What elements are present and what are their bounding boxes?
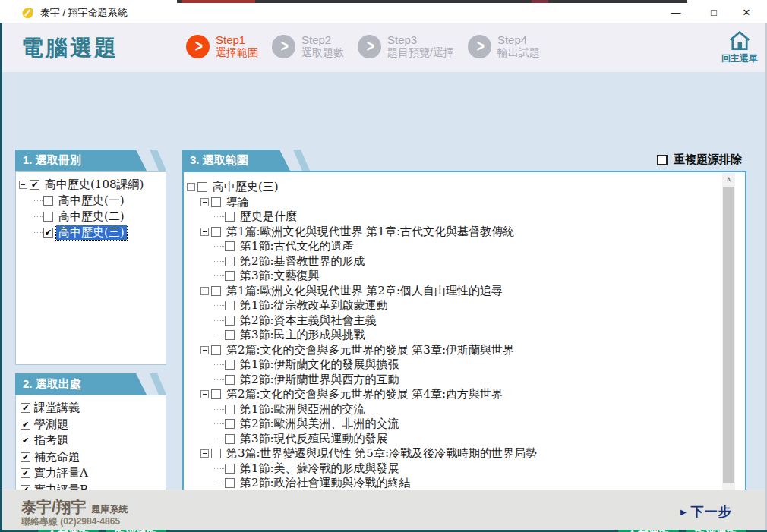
tree-item-checkbox[interactable] xyxy=(225,212,235,222)
source-item-label: 課堂講義 xyxy=(34,401,80,415)
tree-item-checkbox[interactable] xyxy=(211,345,221,355)
tree-item-label[interactable]: 第2節:伊斯蘭世界與西方的互動 xyxy=(238,373,402,387)
step-label: 題目預覽/選擇 xyxy=(387,46,454,59)
tree-item-label[interactable]: 第2篇:文化的交會與多元世界的發展 第3章:伊斯蘭與世界 xyxy=(224,343,516,357)
tree-item-label[interactable]: 歷史是什麼 xyxy=(238,209,299,224)
home-button[interactable]: 回主選單 xyxy=(720,30,759,65)
tree-item-label[interactable]: 第2節:歐洲與美洲、非洲的交流 xyxy=(238,417,402,431)
tree-expander-minus-icon[interactable] xyxy=(200,346,209,354)
tree-connector-line xyxy=(33,232,43,233)
step-chevron-icon: > xyxy=(468,35,491,58)
range-scrollbar: ∧ ∨ xyxy=(722,173,735,518)
tree-expander-minus-icon[interactable] xyxy=(200,449,209,458)
tree-item-checkbox[interactable] xyxy=(211,227,221,237)
minimize-button[interactable]: — xyxy=(664,3,687,23)
tree-item-checkbox[interactable] xyxy=(225,478,235,488)
tree-item-checkbox[interactable]: ✔ xyxy=(43,228,53,238)
tree-expander-minus-icon[interactable] xyxy=(200,228,209,236)
range-tree: 高中歷史(三)導論歷史是什麼第1篇:歐洲文化與現代世界 第1章:古代文化與基督教… xyxy=(187,180,718,514)
source-item-checkbox[interactable]: ✔ xyxy=(21,436,30,445)
tree-expander-minus-icon[interactable] xyxy=(200,390,209,398)
source-item-label: 指考題 xyxy=(34,433,68,448)
source-item-checkbox[interactable]: ✔ xyxy=(21,403,30,413)
tree-item-label[interactable]: 第2節:政治社會運動與冷戰的終結 xyxy=(238,476,413,490)
maximize-button[interactable]: □ xyxy=(702,3,725,23)
tree-item-checkbox[interactable] xyxy=(43,196,53,206)
source-item-checkbox[interactable]: ✔ xyxy=(21,468,30,478)
tree-item-label[interactable]: 第3節:現代反殖民運動的發展 xyxy=(238,432,390,446)
tree-item-label[interactable]: 第3篇:世界變遷與現代性 第5章:冷戰及後冷戰時期的世界局勢 xyxy=(224,446,539,461)
tree-item-label[interactable]: 第1節:美、蘇冷戰的形成與發展 xyxy=(238,461,402,476)
source-item-label: 補充命題 xyxy=(34,450,80,464)
tree-item-checkbox[interactable] xyxy=(211,449,221,458)
tree-item-label[interactable]: 第2篇:文化的交會與多元世界的發展 第4章:西方與世界 xyxy=(224,387,505,401)
tree-item-label[interactable]: 第1篇:歐洲文化與現代世界 第2章:個人自由理性的追尋 xyxy=(224,284,505,298)
panel-volume-title: 1. 選取冊別 xyxy=(15,150,166,171)
tree-item-checkbox[interactable] xyxy=(225,464,235,474)
tree-item: 第2節:資本主義與社會主義 xyxy=(187,313,718,329)
window-titlebar: 泰宇 / 翔宇命題系統 — □ ✕ xyxy=(0,3,767,23)
next-step-button[interactable]: ▶ 下一步 xyxy=(680,503,732,521)
tree-item-checkbox[interactable] xyxy=(225,257,235,266)
wizard-header: 電腦選題 >Step1選擇範圍>Step2選取題數>Step3題目預覽/選擇>S… xyxy=(2,23,765,72)
tree-item-checkbox[interactable] xyxy=(225,301,235,310)
tree-item-label[interactable]: 高中歷史(三) xyxy=(56,225,127,240)
tree-item-label[interactable]: 高中歷史(二) xyxy=(56,209,127,224)
tree-item-checkbox[interactable] xyxy=(225,271,235,281)
tree-item-label[interactable]: 第1節:伊斯蘭文化的發展與擴張 xyxy=(238,357,402,372)
tree-item: 第3節:現代反殖民運動的發展 xyxy=(187,432,718,447)
source-item-checkbox[interactable]: ✔ xyxy=(21,420,30,430)
tree-item-label[interactable]: 高中歷史(108課綱) xyxy=(43,178,146,192)
source-item-label: 學測題 xyxy=(34,417,68,432)
tree-item-checkbox[interactable] xyxy=(211,197,221,207)
tree-item-checkbox[interactable] xyxy=(225,375,235,385)
tree-item-checkbox[interactable] xyxy=(225,330,235,340)
tree-item-label[interactable]: 第1節:從宗教改革到啟蒙運動 xyxy=(238,298,390,313)
tree-item-checkbox[interactable] xyxy=(225,405,235,414)
tree-connector-line xyxy=(214,246,224,247)
tree-item-checkbox[interactable] xyxy=(225,360,235,370)
tree-item-label[interactable]: 第2節:基督教世界的形成 xyxy=(238,254,368,269)
tree-item-checkbox[interactable] xyxy=(211,286,221,296)
tree-item-checkbox[interactable] xyxy=(197,182,207,192)
source-item: ✔學測題 xyxy=(21,417,163,433)
tree-item-checkbox[interactable] xyxy=(211,389,221,399)
tree-connector-line xyxy=(214,261,224,262)
tree-item: 第1篇:歐洲文化與現代世界 第1章:古代文化與基督教傳統 xyxy=(187,225,718,240)
tree-expander-minus-icon[interactable] xyxy=(19,181,27,189)
tree-item: 第2篇:文化的交會與多元世界的發展 第3章:伊斯蘭與世界 xyxy=(187,343,718,358)
tree-item-checkbox[interactable] xyxy=(225,241,235,251)
tree-item-checkbox[interactable] xyxy=(225,434,235,444)
tree-item: 第2節:伊斯蘭世界與西方的互動 xyxy=(187,373,718,388)
tree-connector-line xyxy=(33,216,43,217)
tree-expander-minus-icon[interactable] xyxy=(200,287,209,295)
tree-item-label[interactable]: 第1節:歐洲與亞洲的交流 xyxy=(238,402,368,417)
scrollbar-up-arrow-icon[interactable]: ∧ xyxy=(722,173,735,186)
source-item-checkbox[interactable]: ✔ xyxy=(21,452,30,462)
tree-item-label[interactable]: 第3節:民主的形成與挑戰 xyxy=(238,328,368,342)
tree-item: 歷史是什麼 xyxy=(187,209,718,225)
tree-item-label[interactable]: 高中歷史(一) xyxy=(56,194,127,208)
tree-item-checkbox[interactable] xyxy=(225,419,235,429)
tree-item-label[interactable]: 第1節:古代文化的遺產 xyxy=(238,239,356,253)
scrollbar-thumb[interactable] xyxy=(723,187,734,483)
footer: 泰宇/翔宇題庫系統 聯絡專線 (02)2984-4865 ▶ 下一步 xyxy=(2,490,765,530)
tree-item: 第3篇:世界變遷與現代性 第5章:冷戰及後冷戰時期的世界局勢 xyxy=(187,446,718,461)
tree-item-label[interactable]: 導論 xyxy=(224,195,251,209)
app-pen-icon xyxy=(21,6,34,19)
panel-source-title: 2. 選取出處 xyxy=(15,373,166,395)
tree-item: 第3節:民主的形成與挑戰 xyxy=(187,328,718,343)
dedup-checkbox[interactable] xyxy=(657,155,668,165)
tree-item-label[interactable]: 高中歷史(三) xyxy=(210,180,281,194)
tree-item-label[interactable]: 第2節:資本主義與社會主義 xyxy=(238,313,379,328)
tree-item-label[interactable]: 第3節:文藝復興 xyxy=(238,269,322,283)
close-button[interactable]: ✕ xyxy=(735,3,758,23)
step-step3: >Step3題目預覽/選擇 xyxy=(358,33,454,59)
tree-expander-minus-icon[interactable] xyxy=(200,198,209,206)
tree-item-checkbox[interactable] xyxy=(225,316,235,326)
tree-expander-minus-icon[interactable] xyxy=(187,183,195,191)
tree-item-checkbox[interactable]: ✔ xyxy=(30,180,39,190)
tree-item-checkbox[interactable] xyxy=(43,212,53,222)
step-label: 選擇範圍 xyxy=(216,46,258,59)
tree-item-label[interactable]: 第1篇:歐洲文化與現代世界 第1章:古代文化與基督教傳統 xyxy=(224,225,516,239)
